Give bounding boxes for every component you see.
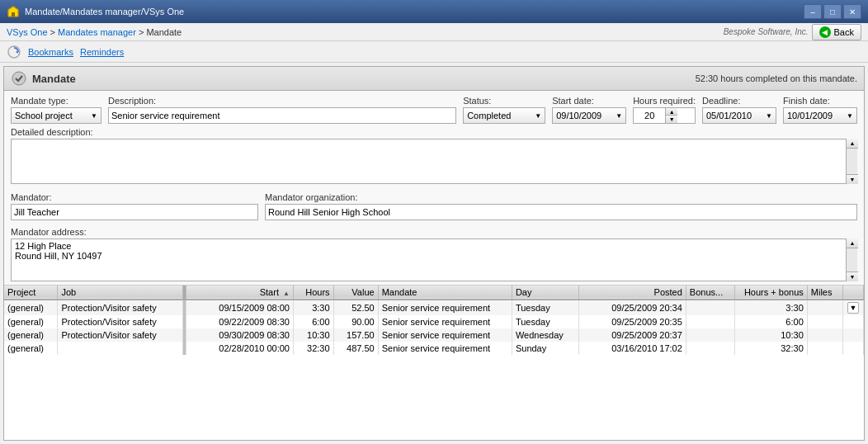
company-name: Bespoke Software, Inc. (724, 27, 809, 36)
table-cell: 09/25/2009 20:35 (579, 315, 686, 328)
finish-date-dropdown[interactable]: 10/01/2009 ▼ (783, 107, 857, 124)
table-cell: 90.00 (333, 315, 378, 328)
table-cell (807, 300, 842, 315)
deadline-dropdown[interactable]: 05/01/2010 ▼ (702, 107, 776, 124)
table-cell: 10:30 (735, 328, 807, 342)
table-cell (843, 328, 864, 342)
breadcrumb-mandates[interactable]: Mandates manager (58, 27, 136, 37)
start-date-group: Start date: 09/10/2009 ▼ (552, 96, 626, 124)
status-dropdown[interactable]: Completed ▼ (463, 107, 545, 124)
mandator-org-input[interactable] (265, 204, 857, 220)
detailed-desc-textarea[interactable] (11, 139, 857, 184)
description-input[interactable] (108, 107, 456, 124)
scrollbar-track (847, 149, 857, 174)
table-header-row: Project Job Start ▲ Hours Value Mandate … (4, 286, 864, 300)
table-cell: 487.50 (333, 342, 378, 355)
mandator-org-label: Mandator organization: (265, 192, 857, 202)
col-project[interactable]: Project (4, 286, 58, 300)
table-cell: Senior service requirement (378, 328, 512, 342)
col-hours-bonus[interactable]: Hours + bonus (735, 286, 807, 300)
table-cell: Protection/Visitor safety (58, 315, 182, 328)
app-icon (7, 5, 20, 18)
table-cell (807, 342, 842, 355)
deadline-label: Deadline: (702, 96, 776, 106)
toolbar-link-reminders[interactable]: Reminders (80, 47, 124, 57)
status-group: Status: Completed ▼ (463, 96, 545, 124)
svg-marker-4 (16, 50, 18, 54)
hours-down-button[interactable]: ▼ (666, 116, 677, 123)
table-body: (general)Protection/Visitor safety09/15/… (4, 300, 864, 355)
address-textarea[interactable]: 12 High Place Round Hill, NY 10497 (11, 239, 857, 281)
scrollbar-down-arrow[interactable]: ▼ (847, 174, 858, 184)
filter-icon[interactable]: ▼ (847, 302, 859, 314)
mandator-section: Mandator: Mandator organization: (4, 192, 864, 227)
desc-scrollbar: ▲ ▼ (846, 139, 857, 184)
address-scrollbar: ▲ ▼ (846, 239, 857, 281)
hours-input[interactable] (634, 108, 665, 123)
table-cell: 6:00 (293, 315, 333, 328)
table-row[interactable]: (general)Protection/Visitor safety09/30/… (4, 328, 864, 342)
back-icon: ◀ (819, 26, 831, 38)
svg-point-5 (12, 72, 26, 85)
breadcrumb-vsys[interactable]: VSys One (7, 27, 48, 37)
col-value[interactable]: Value (333, 286, 378, 300)
table-cell (686, 342, 734, 355)
mandator-input[interactable] (11, 204, 258, 220)
menu-bar: VSys One > Mandates manager > Mandate Be… (0, 23, 868, 41)
addr-scrollbar-down[interactable]: ▼ (847, 272, 858, 281)
table-row[interactable]: (general)Protection/Visitor safety09/15/… (4, 300, 864, 315)
col-posted[interactable]: Posted (579, 286, 686, 300)
table-cell (843, 315, 864, 328)
col-mandate[interactable]: Mandate (378, 286, 512, 300)
start-date-dropdown[interactable]: 09/10/2009 ▼ (552, 107, 626, 124)
col-start[interactable]: Start ▲ (186, 286, 294, 300)
minimize-button[interactable]: – (804, 4, 822, 19)
breadcrumb: VSys One > Mandates manager > Mandate (7, 27, 720, 37)
table-cell: Wednesday (512, 328, 578, 342)
maximize-button[interactable]: □ (823, 4, 842, 19)
finish-date-group: Finish date: 10/01/2009 ▼ (783, 96, 857, 124)
col-job[interactable]: Job (58, 286, 182, 300)
content-header: Mandate 52:30 hours completed on this ma… (4, 67, 864, 91)
toolbar: Bookmarks Reminders (0, 41, 868, 63)
mandate-icon (11, 70, 27, 87)
table-row[interactable]: (general)Protection/Visitor safety09/22/… (4, 315, 864, 328)
table-cell: (general) (4, 342, 58, 355)
description-label: Description: (108, 96, 456, 106)
table-cell: 09/25/2009 20:34 (579, 300, 686, 315)
scrollbar-up-arrow[interactable]: ▲ (847, 139, 858, 149)
addr-scrollbar-up[interactable]: ▲ (847, 239, 858, 248)
hours-up-button[interactable]: ▲ (666, 108, 677, 116)
table-cell: Senior service requirement (378, 300, 512, 315)
table-cell: Protection/Visitor safety (58, 300, 182, 315)
status-label: Status: (463, 96, 545, 106)
table-section: Project Job Start ▲ Hours Value Mandate … (4, 285, 864, 355)
deadline-value: 05/01/2010 (706, 111, 752, 120)
detailed-desc-wrapper: ▲ ▼ (11, 139, 857, 184)
toolbar-link-bookmarks[interactable]: Bookmarks (28, 47, 73, 57)
title-bar-controls: – □ ✕ (804, 4, 861, 19)
form-row-1: Mandate type: School project ▼ Descripti… (11, 96, 857, 124)
svg-rect-2 (12, 12, 15, 17)
hours-spinner[interactable]: ▲ ▼ (633, 107, 696, 124)
col-hours[interactable]: Hours (293, 286, 333, 300)
back-button[interactable]: ◀ Back (812, 24, 861, 40)
table-cell: 52.50 (333, 300, 378, 315)
table-cell (686, 328, 734, 342)
table-cell: 32:30 (735, 342, 807, 355)
mandate-type-dropdown[interactable]: School project ▼ (11, 107, 101, 124)
table-cell: Protection/Visitor safety (58, 328, 182, 342)
table-cell: Sunday (512, 342, 578, 355)
col-bonus[interactable]: Bonus... (686, 286, 734, 300)
table-row[interactable]: (general)02/28/2010 00:0032:30487.50Seni… (4, 342, 864, 355)
col-day[interactable]: Day (512, 286, 578, 300)
col-miles[interactable]: Miles (807, 286, 842, 300)
form-area: Mandate type: School project ▼ Descripti… (4, 91, 864, 192)
hours-completed-info: 52:30 hours completed on this mandate. (696, 73, 857, 83)
table-cell: (general) (4, 328, 58, 342)
table-cell (807, 315, 842, 328)
detailed-desc-group: Detailed description: ▲ ▼ (11, 127, 857, 184)
table-cell: ▼ (843, 300, 864, 315)
table-cell: Tuesday (512, 300, 578, 315)
close-button[interactable]: ✕ (843, 4, 861, 19)
